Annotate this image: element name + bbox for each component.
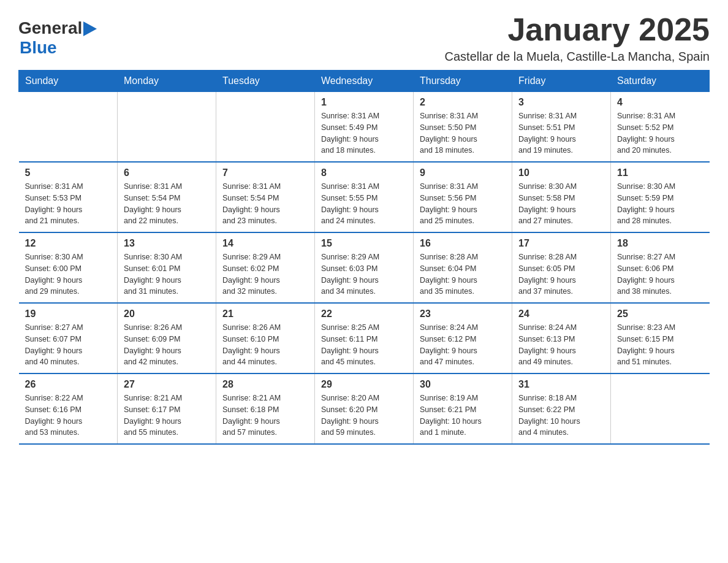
calendar-cell: 21Sunrise: 8:26 AMSunset: 6:10 PMDayligh… xyxy=(216,303,315,373)
calendar-cell: 22Sunrise: 8:25 AMSunset: 6:11 PMDayligh… xyxy=(315,303,414,373)
calendar-cell: 16Sunrise: 8:28 AMSunset: 6:04 PMDayligh… xyxy=(414,232,512,303)
day-info: Sunrise: 8:26 AMSunset: 6:10 PMDaylight:… xyxy=(222,322,308,368)
day-number: 7 xyxy=(222,167,308,178)
day-info: Sunrise: 8:21 AMSunset: 6:17 PMDaylight:… xyxy=(124,393,210,439)
day-info: Sunrise: 8:31 AMSunset: 5:54 PMDaylight:… xyxy=(124,181,210,227)
calendar-body: 1Sunrise: 8:31 AMSunset: 5:49 PMDaylight… xyxy=(19,92,710,445)
calendar-cell: 30Sunrise: 8:19 AMSunset: 6:21 PMDayligh… xyxy=(414,373,512,444)
subtitle: Castellar de la Muela, Castille-La Manch… xyxy=(445,50,710,64)
calendar-cell: 9Sunrise: 8:31 AMSunset: 5:56 PMDaylight… xyxy=(414,162,512,232)
day-info: Sunrise: 8:25 AMSunset: 6:11 PMDaylight:… xyxy=(321,322,407,368)
day-number: 28 xyxy=(222,379,308,390)
day-number: 6 xyxy=(124,167,210,178)
day-number: 2 xyxy=(420,97,506,108)
day-info: Sunrise: 8:30 AMSunset: 6:01 PMDaylight:… xyxy=(124,251,210,297)
calendar-cell: 19Sunrise: 8:27 AMSunset: 6:07 PMDayligh… xyxy=(19,303,118,373)
day-info: Sunrise: 8:29 AMSunset: 6:02 PMDaylight:… xyxy=(222,251,308,297)
week-row-3: 12Sunrise: 8:30 AMSunset: 6:00 PMDayligh… xyxy=(19,232,710,303)
day-number: 15 xyxy=(321,238,407,249)
day-info: Sunrise: 8:31 AMSunset: 5:55 PMDaylight:… xyxy=(321,181,407,227)
svg-marker-0 xyxy=(83,21,97,36)
logo-triangle-icon xyxy=(83,19,97,36)
day-number: 12 xyxy=(25,238,112,249)
calendar-cell: 24Sunrise: 8:24 AMSunset: 6:13 PMDayligh… xyxy=(512,303,611,373)
day-info: Sunrise: 8:28 AMSunset: 6:04 PMDaylight:… xyxy=(420,251,506,297)
calendar-cell: 31Sunrise: 8:18 AMSunset: 6:22 PMDayligh… xyxy=(512,373,611,444)
day-info: Sunrise: 8:24 AMSunset: 6:12 PMDaylight:… xyxy=(420,322,506,368)
day-info: Sunrise: 8:31 AMSunset: 5:50 PMDaylight:… xyxy=(420,110,506,156)
day-info: Sunrise: 8:22 AMSunset: 6:16 PMDaylight:… xyxy=(25,393,112,439)
day-number: 16 xyxy=(420,238,506,249)
day-number: 8 xyxy=(321,167,407,178)
calendar-header: SundayMondayTuesdayWednesdayThursdayFrid… xyxy=(19,71,710,92)
calendar-cell: 12Sunrise: 8:30 AMSunset: 6:00 PMDayligh… xyxy=(19,232,118,303)
day-number: 30 xyxy=(420,379,506,390)
calendar-cell: 13Sunrise: 8:30 AMSunset: 6:01 PMDayligh… xyxy=(118,232,216,303)
calendar-cell xyxy=(611,373,710,444)
day-info: Sunrise: 8:19 AMSunset: 6:21 PMDaylight:… xyxy=(420,393,506,439)
day-number: 9 xyxy=(420,167,506,178)
day-header-saturday: Saturday xyxy=(611,71,710,92)
day-header-wednesday: Wednesday xyxy=(315,71,414,92)
day-number: 11 xyxy=(617,167,703,178)
day-number: 21 xyxy=(222,308,308,320)
day-info: Sunrise: 8:31 AMSunset: 5:53 PMDaylight:… xyxy=(25,181,112,227)
day-info: Sunrise: 8:31 AMSunset: 5:51 PMDaylight:… xyxy=(518,110,604,156)
calendar-cell: 18Sunrise: 8:27 AMSunset: 6:06 PMDayligh… xyxy=(611,232,710,303)
day-info: Sunrise: 8:31 AMSunset: 5:54 PMDaylight:… xyxy=(222,181,308,227)
day-number: 22 xyxy=(321,308,407,320)
main-title: January 2025 xyxy=(445,12,710,47)
day-number: 25 xyxy=(617,308,703,320)
logo: General Blue xyxy=(18,18,97,58)
day-number: 1 xyxy=(321,97,407,108)
day-number: 23 xyxy=(420,308,506,320)
calendar-cell xyxy=(118,92,216,163)
day-number: 27 xyxy=(124,379,210,390)
calendar-cell: 7Sunrise: 8:31 AMSunset: 5:54 PMDaylight… xyxy=(216,162,315,232)
day-number: 24 xyxy=(518,308,604,320)
day-info: Sunrise: 8:31 AMSunset: 5:49 PMDaylight:… xyxy=(321,110,407,156)
calendar-cell: 2Sunrise: 8:31 AMSunset: 5:50 PMDaylight… xyxy=(414,92,512,163)
week-row-5: 26Sunrise: 8:22 AMSunset: 6:16 PMDayligh… xyxy=(19,373,710,444)
day-info: Sunrise: 8:26 AMSunset: 6:09 PMDaylight:… xyxy=(124,322,210,368)
day-number: 10 xyxy=(518,167,604,178)
day-header-monday: Monday xyxy=(118,71,216,92)
calendar-cell: 8Sunrise: 8:31 AMSunset: 5:55 PMDaylight… xyxy=(315,162,414,232)
calendar-cell: 28Sunrise: 8:21 AMSunset: 6:18 PMDayligh… xyxy=(216,373,315,444)
day-info: Sunrise: 8:31 AMSunset: 5:56 PMDaylight:… xyxy=(420,181,506,227)
day-number: 4 xyxy=(617,97,703,108)
title-section: January 2025 Castellar de la Muela, Cast… xyxy=(445,12,710,64)
calendar-cell: 6Sunrise: 8:31 AMSunset: 5:54 PMDaylight… xyxy=(118,162,216,232)
page-header: General Blue January 2025 Castellar de l… xyxy=(18,12,710,64)
logo-blue-text: Blue xyxy=(20,38,97,58)
calendar-cell: 14Sunrise: 8:29 AMSunset: 6:02 PMDayligh… xyxy=(216,232,315,303)
calendar-table: SundayMondayTuesdayWednesdayThursdayFrid… xyxy=(18,70,710,445)
week-row-2: 5Sunrise: 8:31 AMSunset: 5:53 PMDaylight… xyxy=(19,162,710,232)
calendar-cell: 11Sunrise: 8:30 AMSunset: 5:59 PMDayligh… xyxy=(611,162,710,232)
week-row-1: 1Sunrise: 8:31 AMSunset: 5:49 PMDaylight… xyxy=(19,92,710,163)
day-info: Sunrise: 8:27 AMSunset: 6:07 PMDaylight:… xyxy=(25,322,112,368)
day-number: 17 xyxy=(518,238,604,249)
day-info: Sunrise: 8:24 AMSunset: 6:13 PMDaylight:… xyxy=(518,322,604,368)
day-header-sunday: Sunday xyxy=(19,71,118,92)
day-info: Sunrise: 8:20 AMSunset: 6:20 PMDaylight:… xyxy=(321,393,407,439)
day-info: Sunrise: 8:30 AMSunset: 5:59 PMDaylight:… xyxy=(617,181,703,227)
calendar-cell: 17Sunrise: 8:28 AMSunset: 6:05 PMDayligh… xyxy=(512,232,611,303)
calendar-cell: 26Sunrise: 8:22 AMSunset: 6:16 PMDayligh… xyxy=(19,373,118,444)
day-info: Sunrise: 8:29 AMSunset: 6:03 PMDaylight:… xyxy=(321,251,407,297)
calendar-cell: 20Sunrise: 8:26 AMSunset: 6:09 PMDayligh… xyxy=(118,303,216,373)
calendar-cell: 25Sunrise: 8:23 AMSunset: 6:15 PMDayligh… xyxy=(611,303,710,373)
week-row-4: 19Sunrise: 8:27 AMSunset: 6:07 PMDayligh… xyxy=(19,303,710,373)
calendar-cell: 27Sunrise: 8:21 AMSunset: 6:17 PMDayligh… xyxy=(118,373,216,444)
day-number: 13 xyxy=(124,238,210,249)
calendar-cell: 1Sunrise: 8:31 AMSunset: 5:49 PMDaylight… xyxy=(315,92,414,163)
day-number: 5 xyxy=(25,167,112,178)
day-number: 3 xyxy=(518,97,604,108)
calendar-cell xyxy=(216,92,315,163)
calendar-cell: 4Sunrise: 8:31 AMSunset: 5:52 PMDaylight… xyxy=(611,92,710,163)
day-headers-row: SundayMondayTuesdayWednesdayThursdayFrid… xyxy=(19,71,710,92)
logo-general-text: General xyxy=(18,18,82,38)
day-number: 14 xyxy=(222,238,308,249)
calendar-cell: 23Sunrise: 8:24 AMSunset: 6:12 PMDayligh… xyxy=(414,303,512,373)
day-number: 31 xyxy=(518,379,604,390)
